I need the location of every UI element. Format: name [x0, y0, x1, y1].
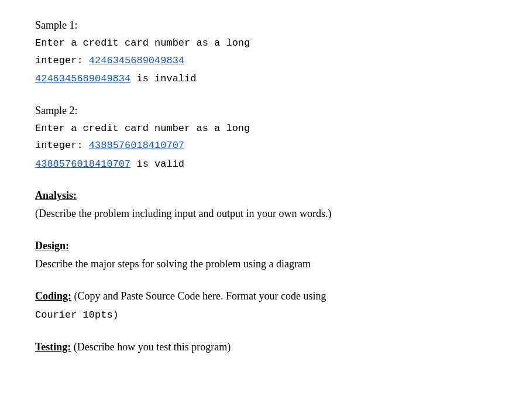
- sample1-integer-prefix: integer:: [35, 55, 89, 66]
- coding-heading-line: Coding: (Copy and Paste Source Code here…: [35, 288, 491, 304]
- sample1-line1: Enter a credit card number as a long: [35, 36, 491, 51]
- sample2-label: Sample 2:: [35, 103, 491, 119]
- testing-section: Testing: (Describe how you test this pro…: [35, 339, 491, 355]
- coding-heading: Coding:: [35, 290, 71, 302]
- coding-section: Coding: (Copy and Paste Source Code here…: [35, 288, 491, 323]
- sample2-line1: Enter a credit card number as a long: [35, 121, 491, 136]
- sample1-result-link[interactable]: 4246345689049834: [35, 73, 130, 84]
- sample1-result: 4246345689049834 is invalid: [35, 70, 491, 87]
- design-description: Describe the major steps for solving the…: [35, 256, 491, 272]
- analysis-heading-line: Analysis:: [35, 188, 491, 204]
- sample2-label-text: Sample 2:: [35, 105, 78, 116]
- sample2-integer-prefix: integer:: [35, 140, 89, 151]
- design-section: Design: Describe the major steps for sol…: [35, 238, 491, 272]
- sample2-line1-text: Enter a credit card number as a long: [35, 123, 250, 134]
- sample2-link[interactable]: 4388576018410707: [89, 140, 184, 151]
- testing-heading-line: Testing: (Describe how you test this pro…: [35, 339, 491, 355]
- sample2-line2: integer: 4388576018410707: [35, 138, 491, 153]
- sample2-result-suffix: is valid: [130, 159, 184, 170]
- testing-heading: Testing:: [35, 341, 71, 353]
- sample1-line2: integer: 4246345689049834: [35, 53, 491, 68]
- design-heading: Design:: [35, 240, 69, 252]
- sample2-section: Sample 2: Enter a credit card number as …: [35, 103, 491, 172]
- sample1-label: Sample 1:: [35, 18, 491, 33]
- sample1-label-text: Sample 1:: [35, 19, 78, 31]
- coding-description: (Copy and Paste Source Code here. Format…: [71, 290, 326, 302]
- coding-monospace-line: Courier 10pts): [35, 307, 491, 323]
- analysis-description: (Describe the problem including input an…: [35, 206, 491, 222]
- testing-description: (Describe how you test this program): [71, 341, 231, 353]
- analysis-section: Analysis: (Describe the problem includin…: [35, 188, 491, 222]
- sample1-result-suffix: is invalid: [130, 73, 196, 84]
- sample1-link[interactable]: 4246345689049834: [89, 55, 184, 66]
- coding-monospace-text: Courier 10pts): [35, 309, 119, 321]
- sample1-line1-text: Enter a credit card number as a long: [35, 37, 250, 49]
- analysis-heading: Analysis:: [35, 190, 77, 201]
- sample2-result: 4388576018410707 is valid: [35, 156, 491, 172]
- sample2-result-link[interactable]: 4388576018410707: [35, 159, 130, 170]
- sample1-section: Sample 1: Enter a credit card number as …: [35, 18, 491, 87]
- design-heading-line: Design:: [35, 238, 491, 254]
